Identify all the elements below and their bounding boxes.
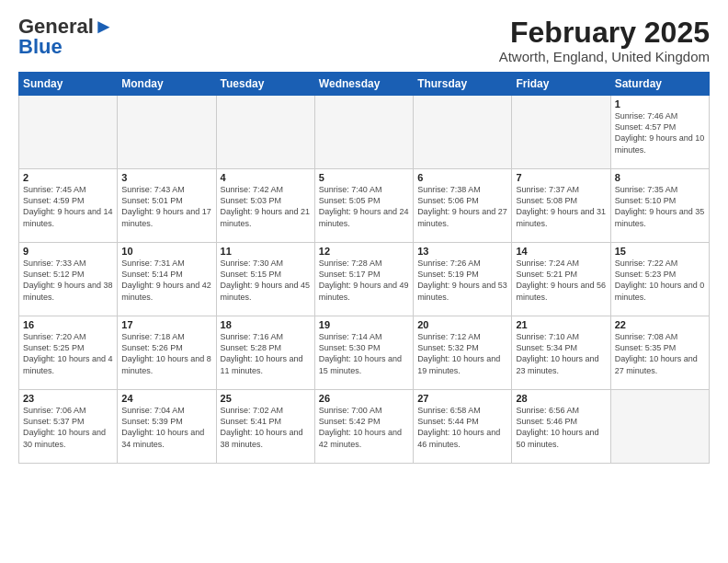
- day-info: Sunrise: 7:02 AM Sunset: 5:41 PM Dayligh…: [221, 405, 311, 450]
- day-info: Sunrise: 7:14 AM Sunset: 5:30 PM Dayligh…: [319, 331, 409, 376]
- table-row: 11Sunrise: 7:30 AM Sunset: 5:15 PM Dayli…: [216, 243, 314, 316]
- day-info: Sunrise: 6:56 AM Sunset: 5:46 PM Dayligh…: [516, 405, 606, 450]
- day-info: Sunrise: 7:40 AM Sunset: 5:05 PM Dayligh…: [319, 184, 409, 229]
- table-row: [414, 96, 512, 169]
- table-row: 20Sunrise: 7:12 AM Sunset: 5:32 PM Dayli…: [414, 316, 512, 390]
- day-number: 19: [319, 319, 409, 330]
- table-row: 3Sunrise: 7:43 AM Sunset: 5:01 PM Daylig…: [118, 169, 216, 243]
- day-number: 8: [615, 172, 705, 183]
- weekday-header-row: Sunday Monday Tuesday Wednesday Thursday…: [19, 73, 710, 96]
- day-info: Sunrise: 7:22 AM Sunset: 5:23 PM Dayligh…: [615, 258, 705, 303]
- day-number: 12: [319, 246, 409, 257]
- table-row: 13Sunrise: 7:26 AM Sunset: 5:19 PM Dayli…: [414, 243, 512, 316]
- table-row: 26Sunrise: 7:00 AM Sunset: 5:42 PM Dayli…: [314, 390, 413, 464]
- day-number: 23: [23, 393, 113, 404]
- day-number: 7: [516, 172, 606, 183]
- day-info: Sunrise: 6:58 AM Sunset: 5:44 PM Dayligh…: [417, 405, 507, 450]
- day-number: 11: [221, 246, 311, 257]
- day-number: 25: [221, 393, 311, 404]
- day-number: 1: [615, 98, 705, 109]
- day-number: 21: [516, 319, 606, 330]
- table-row: [118, 96, 216, 169]
- day-number: 5: [319, 172, 409, 183]
- table-row: 12Sunrise: 7:28 AM Sunset: 5:17 PM Dayli…: [314, 243, 413, 316]
- day-number: 20: [417, 319, 507, 330]
- calendar-week-row: 2Sunrise: 7:45 AM Sunset: 4:59 PM Daylig…: [19, 169, 710, 243]
- month-title: February 2025: [499, 17, 710, 49]
- table-row: 6Sunrise: 7:38 AM Sunset: 5:06 PM Daylig…: [414, 169, 512, 243]
- day-info: Sunrise: 7:18 AM Sunset: 5:26 PM Dayligh…: [121, 331, 211, 376]
- day-number: 14: [516, 246, 606, 257]
- day-number: 6: [417, 172, 507, 183]
- day-info: Sunrise: 7:04 AM Sunset: 5:39 PM Dayligh…: [121, 405, 211, 450]
- day-number: 2: [23, 172, 113, 183]
- table-row: 5Sunrise: 7:40 AM Sunset: 5:05 PM Daylig…: [314, 169, 413, 243]
- header-sunday: Sunday: [19, 73, 118, 96]
- header-wednesday: Wednesday: [314, 73, 413, 96]
- logo-blue-text: Blue: [18, 35, 63, 58]
- table-row: [216, 96, 314, 169]
- day-info: Sunrise: 7:08 AM Sunset: 5:35 PM Dayligh…: [615, 331, 705, 376]
- day-info: Sunrise: 7:20 AM Sunset: 5:25 PM Dayligh…: [23, 331, 113, 376]
- logo-text: General►: [18, 17, 114, 37]
- day-info: Sunrise: 7:31 AM Sunset: 5:14 PM Dayligh…: [121, 258, 211, 303]
- table-row: 25Sunrise: 7:02 AM Sunset: 5:41 PM Dayli…: [216, 390, 314, 464]
- table-row: 17Sunrise: 7:18 AM Sunset: 5:26 PM Dayli…: [118, 316, 216, 390]
- logo: General► Blue: [18, 17, 114, 57]
- table-row: 9Sunrise: 7:33 AM Sunset: 5:12 PM Daylig…: [19, 243, 118, 316]
- table-row: 21Sunrise: 7:10 AM Sunset: 5:34 PM Dayli…: [512, 316, 610, 390]
- day-number: 16: [23, 319, 113, 330]
- day-info: Sunrise: 7:16 AM Sunset: 5:28 PM Dayligh…: [221, 331, 311, 376]
- day-number: 22: [615, 319, 705, 330]
- table-row: 18Sunrise: 7:16 AM Sunset: 5:28 PM Dayli…: [216, 316, 314, 390]
- table-row: 7Sunrise: 7:37 AM Sunset: 5:08 PM Daylig…: [512, 169, 610, 243]
- calendar-week-row: 16Sunrise: 7:20 AM Sunset: 5:25 PM Dayli…: [19, 316, 710, 390]
- day-info: Sunrise: 7:38 AM Sunset: 5:06 PM Dayligh…: [417, 184, 507, 229]
- table-row: [610, 390, 709, 464]
- day-number: 10: [121, 246, 211, 257]
- location-title: Atworth, England, United Kingdom: [499, 49, 710, 64]
- day-info: Sunrise: 7:00 AM Sunset: 5:42 PM Dayligh…: [319, 405, 409, 450]
- table-row: [314, 96, 413, 169]
- day-number: 4: [221, 172, 311, 183]
- day-number: 9: [23, 246, 113, 257]
- header-friday: Friday: [512, 73, 610, 96]
- day-number: 24: [121, 393, 211, 404]
- day-number: 26: [319, 393, 409, 404]
- day-info: Sunrise: 7:35 AM Sunset: 5:10 PM Dayligh…: [615, 184, 705, 229]
- table-row: 24Sunrise: 7:04 AM Sunset: 5:39 PM Dayli…: [118, 390, 216, 464]
- day-number: 15: [615, 246, 705, 257]
- table-row: 27Sunrise: 6:58 AM Sunset: 5:44 PM Dayli…: [414, 390, 512, 464]
- day-info: Sunrise: 7:46 AM Sunset: 4:57 PM Dayligh…: [615, 110, 705, 155]
- day-number: 17: [121, 319, 211, 330]
- day-info: Sunrise: 7:45 AM Sunset: 4:59 PM Dayligh…: [23, 184, 113, 229]
- calendar-table: Sunday Monday Tuesday Wednesday Thursday…: [18, 72, 710, 464]
- table-row: [512, 96, 610, 169]
- day-info: Sunrise: 7:24 AM Sunset: 5:21 PM Dayligh…: [516, 258, 606, 303]
- table-row: 23Sunrise: 7:06 AM Sunset: 5:37 PM Dayli…: [19, 390, 118, 464]
- table-row: 10Sunrise: 7:31 AM Sunset: 5:14 PM Dayli…: [118, 243, 216, 316]
- day-number: 27: [417, 393, 507, 404]
- calendar-week-row: 9Sunrise: 7:33 AM Sunset: 5:12 PM Daylig…: [19, 243, 710, 316]
- header-thursday: Thursday: [414, 73, 512, 96]
- header-tuesday: Tuesday: [216, 73, 314, 96]
- day-number: 28: [516, 393, 606, 404]
- table-row: 14Sunrise: 7:24 AM Sunset: 5:21 PM Dayli…: [512, 243, 610, 316]
- table-row: 4Sunrise: 7:42 AM Sunset: 5:03 PM Daylig…: [216, 169, 314, 243]
- table-row: 16Sunrise: 7:20 AM Sunset: 5:25 PM Dayli…: [19, 316, 118, 390]
- calendar-week-row: 1Sunrise: 7:46 AM Sunset: 4:57 PM Daylig…: [19, 96, 710, 169]
- day-info: Sunrise: 7:12 AM Sunset: 5:32 PM Dayligh…: [417, 331, 507, 376]
- table-row: [19, 96, 118, 169]
- header-row: General► Blue February 2025 Atworth, Eng…: [18, 17, 710, 64]
- day-number: 3: [121, 172, 211, 183]
- calendar-week-row: 23Sunrise: 7:06 AM Sunset: 5:37 PM Dayli…: [19, 390, 710, 464]
- day-info: Sunrise: 7:42 AM Sunset: 5:03 PM Dayligh…: [221, 184, 311, 229]
- day-info: Sunrise: 7:28 AM Sunset: 5:17 PM Dayligh…: [319, 258, 409, 303]
- table-row: 28Sunrise: 6:56 AM Sunset: 5:46 PM Dayli…: [512, 390, 610, 464]
- day-info: Sunrise: 7:43 AM Sunset: 5:01 PM Dayligh…: [121, 184, 211, 229]
- table-row: 8Sunrise: 7:35 AM Sunset: 5:10 PM Daylig…: [610, 169, 709, 243]
- day-number: 18: [221, 319, 311, 330]
- table-row: 1Sunrise: 7:46 AM Sunset: 4:57 PM Daylig…: [610, 96, 709, 169]
- day-info: Sunrise: 7:26 AM Sunset: 5:19 PM Dayligh…: [417, 258, 507, 303]
- table-row: 2Sunrise: 7:45 AM Sunset: 4:59 PM Daylig…: [19, 169, 118, 243]
